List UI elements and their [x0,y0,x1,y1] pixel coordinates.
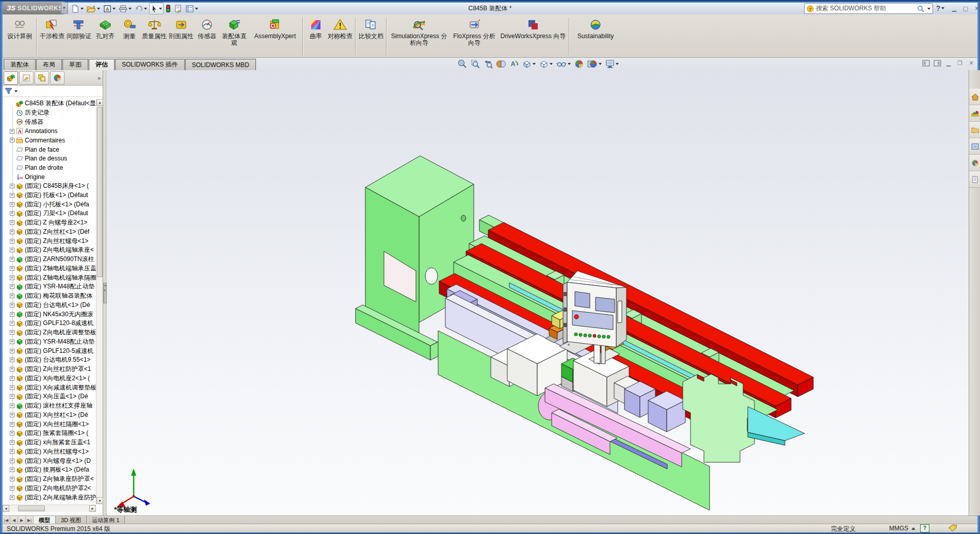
tree-item[interactable]: (固定) 接屑板<1> (Défa [3,465,96,475]
design-study-button[interactable]: 设计算例 [5,15,35,57]
tree-expander[interactable] [10,138,14,142]
tree-item[interactable]: (固定) NK45x30无内圈滚 [3,310,96,319]
tree-expander[interactable] [10,376,14,381]
tree-item[interactable]: (固定) Z向电机防护罩2< [3,484,96,493]
tree-expander[interactable] [10,449,14,454]
close-button[interactable]: ✕ [972,4,980,13]
tree-item[interactable]: (固定) X向电机座2<1> ( [3,374,96,383]
tree-expander[interactable] [10,349,14,353]
tree-item[interactable]: (固定) YSR-M48配止动垫 [3,337,96,347]
graphics-viewport[interactable]: *等轴测 [107,70,969,515]
tree-expander[interactable] [10,385,14,390]
file-properties-button[interactable] [173,3,183,14]
tree-item[interactable]: Annotations [3,126,96,136]
tree-vertical-scrollbar[interactable]: ▲ ▼ [96,99,103,504]
tree-expander[interactable] [10,422,14,427]
tree-item[interactable]: C845B 装配体 (Défaut<显 [3,99,96,108]
units-selector[interactable]: MMGS [889,525,915,532]
tree-item[interactable]: Plan de dessus [3,154,96,164]
split-pane-right-icon[interactable] [933,59,942,67]
tree-item[interactable]: (固定) Z向轴承座防护罩< [3,475,96,484]
tree-item[interactable]: (固定) 胀紧套隔圈<1> ( [3,429,96,438]
tag-button[interactable] [948,524,957,531]
tree-item[interactable]: 传感器 [3,118,96,127]
tree-expander[interactable] [10,184,14,188]
configurationmanager-tab[interactable] [35,71,49,85]
compare-documents-button[interactable]: ? 比较文档 [358,15,384,57]
edit-appearance-button[interactable] [573,59,585,69]
tab-scroll-next-button[interactable]: ▶ [18,516,26,524]
tab-scroll-first-button[interactable]: |◀ [3,516,10,524]
view-settings-button[interactable] [604,59,620,69]
tree-item[interactable]: Origine [3,172,96,182]
options-button[interactable] [184,3,199,14]
tree-expander[interactable] [10,303,14,308]
tree-expander[interactable] [10,312,14,317]
scroll-up-button[interactable]: ▲ [97,99,103,106]
interference-check-button[interactable]: 干涉检查 [39,15,66,57]
tree-item[interactable]: (固定) Z向电机座调整垫板 [3,328,96,337]
appearances-scenes-button[interactable] [969,155,980,171]
measure-button[interactable]: 测量 [118,15,141,57]
maximize-button[interactable]: ▢ [960,4,971,13]
curvature-button[interactable]: 曲率 [305,15,327,57]
tree-item[interactable]: (固定) 滚柱丝杠支撑座轴 [3,401,96,411]
tree-item[interactable]: 历史记录 [3,108,96,118]
undo-button[interactable] [134,3,148,14]
tree-expander[interactable] [10,394,14,399]
tab-sketch[interactable]: 草图 [62,59,88,70]
tree-expander[interactable] [10,440,14,445]
tree-item[interactable]: (固定) Z向电机端轴承座< [3,246,96,255]
hole-alignment-button[interactable]: 孔对齐 [92,15,118,57]
assembly-visualization-button[interactable]: 装配体直观 [219,15,249,57]
tree-expander[interactable] [10,330,14,335]
tree-item[interactable]: (固定) Z轴电机端轴承隔圈 [3,273,96,282]
tree-expander[interactable] [10,367,14,371]
tree-expander[interactable] [10,486,14,491]
previous-view-button[interactable] [483,59,494,69]
tree-item[interactable]: (固定) X向螺母座<1> (D [3,456,96,465]
tab-scroll-prev-button[interactable]: ◀ [10,516,18,524]
help-search-box[interactable]: ? 搜索 SOLIDWORKS 帮助 [804,3,933,14]
tree-expander[interactable] [10,403,14,408]
tree-expander[interactable] [10,431,14,435]
symmetry-check-button[interactable]: 对称检查 [327,15,354,57]
tree-item[interactable]: (固定) 小托板<1> (Défa [3,200,96,209]
scroll-thumb[interactable] [97,107,103,277]
zoom-to-fit-button[interactable] [457,59,468,69]
view-palette-button[interactable] [969,138,980,155]
scroll-down-button[interactable]: ▼ [97,497,103,504]
3d-views-tab[interactable]: 3D 视图 [56,516,87,524]
clearance-verification-button[interactable]: 间隙验证 [66,15,92,57]
split-pane-left-icon[interactable] [921,59,930,67]
displaymanager-tab[interactable] [50,71,65,85]
tree-expander[interactable] [10,248,14,252]
tab-layout[interactable]: 布局 [36,59,62,70]
tree-expander[interactable] [10,321,14,326]
tree-item[interactable]: (固定) X向丝杠<1> (Dé [3,411,96,420]
tree-expander[interactable] [10,276,14,280]
simulationxpress-button[interactable]: SimulationXpress 分析向导 [389,15,449,57]
tree-item[interactable]: Commentaires [3,136,96,145]
tree-expander[interactable] [10,239,14,244]
panel-collapse-handle[interactable]: ◂▸ [103,283,107,303]
tree-expander[interactable] [10,230,14,234]
tree-item[interactable]: (固定) Z向尾端轴承座防护 [3,493,96,502]
hide-show-items-button[interactable] [555,59,572,69]
tree-item[interactable]: (固定) 台达电机9.55<1> [3,355,96,365]
document-minimize-button[interactable]: ▁ [944,59,953,67]
tree-expander[interactable] [10,495,14,500]
tree-item[interactable]: (固定) X向减速机调整垫板 [3,383,96,392]
tree-expander[interactable] [10,266,14,271]
solidworks-resources-button[interactable] [969,89,980,105]
help-button[interactable]: ? [933,3,948,13]
tree-expander[interactable] [10,129,14,134]
scroll-thumb[interactable] [18,506,45,511]
tree-item[interactable]: (固定) X向丝杠螺母<1> [3,447,96,457]
tree-expander[interactable] [10,477,14,481]
tree-filter-row[interactable] [3,86,103,97]
apply-scene-button[interactable] [586,59,603,69]
tree-item[interactable]: (固定) C845B床身<1> ( [3,182,96,191]
tree-item[interactable]: (固定) Z向丝杠防护罩<1 [3,365,96,374]
search-dropdown-caret[interactable] [927,8,930,10]
